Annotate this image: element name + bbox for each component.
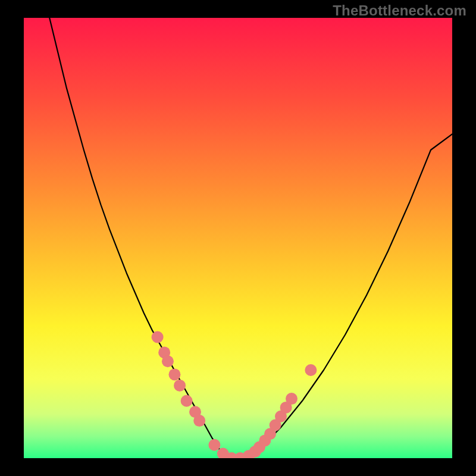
chart-svg <box>24 18 452 458</box>
marker-dot <box>168 368 180 380</box>
marker-dot <box>152 331 164 343</box>
marker-dot <box>162 355 174 367</box>
marker-dot <box>181 395 193 407</box>
marker-dot <box>193 415 205 427</box>
chart-frame: TheBottleneck.com <box>0 0 476 476</box>
marker-dot <box>286 393 298 405</box>
marker-dot <box>305 364 317 376</box>
watermark-text: TheBottleneck.com <box>333 2 466 19</box>
marker-dot <box>174 380 186 392</box>
marker-dot <box>208 439 220 451</box>
gradient-background <box>24 18 452 458</box>
plot-area <box>24 18 452 458</box>
